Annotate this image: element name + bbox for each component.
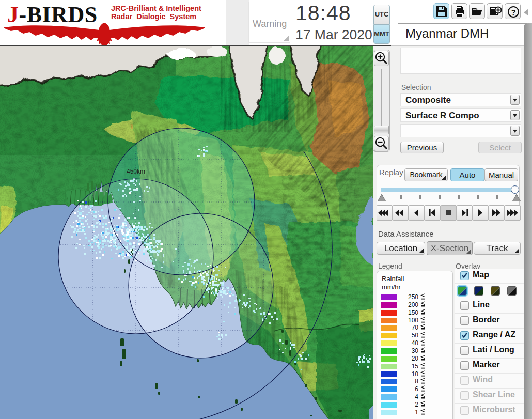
svg-text:?: ? xyxy=(511,8,515,17)
svg-text:450km: 450km xyxy=(127,168,145,175)
